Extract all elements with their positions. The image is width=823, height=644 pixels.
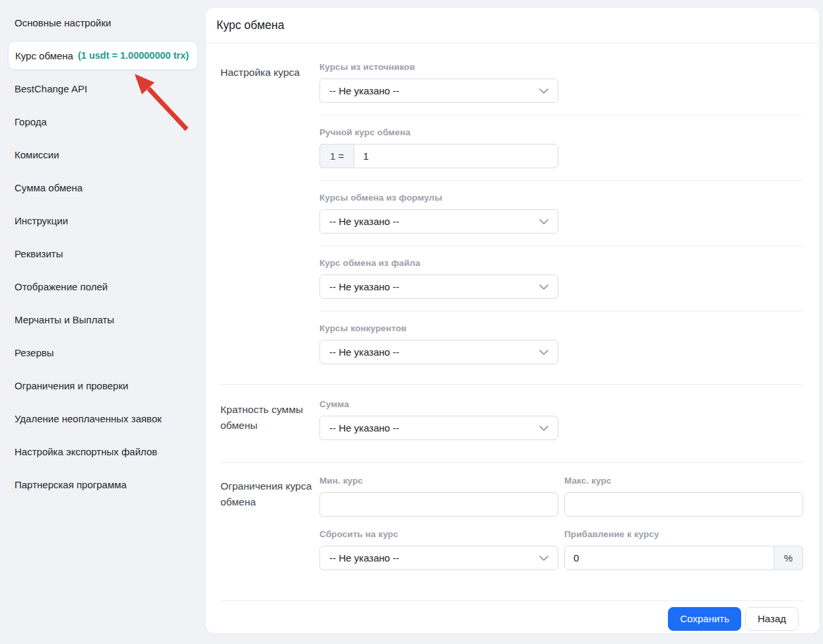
- sidebar-item-label: Резервы: [15, 347, 54, 358]
- chevron-down-icon: [539, 350, 548, 355]
- field-reset-to-rate: Сбросить на курс -- Не указано --: [319, 529, 558, 570]
- sidebar-item-label: Настройка экспортных файлов: [15, 446, 157, 457]
- sidebar-item-affiliate-program[interactable]: Партнерская программа: [0, 468, 206, 501]
- field-label: Курсы из источников: [319, 62, 803, 72]
- page-title: Курс обмена: [206, 8, 819, 44]
- chevron-down-icon: [539, 88, 548, 94]
- select-value: -- Не указано --: [329, 346, 399, 358]
- select-value: -- Не указано --: [329, 422, 399, 434]
- select-rate-formula[interactable]: -- Не указано --: [319, 209, 558, 234]
- select-rate-from-file[interactable]: -- Не указано --: [319, 274, 558, 299]
- sidebar-item-commissions[interactable]: Комиссии: [0, 138, 206, 171]
- exchange-rate-card: Курс обмена Настройка курса Курсы из ист…: [206, 8, 819, 633]
- section-label: Ограничения курса обмена: [220, 476, 319, 570]
- field-label: Мин. курс: [319, 476, 558, 486]
- field-label: Сумма: [319, 399, 803, 409]
- save-button[interactable]: Сохранить: [668, 607, 741, 631]
- sidebar-item-label: BestChange API: [15, 83, 87, 94]
- field-label: Курс обмена из файла: [319, 258, 803, 268]
- field-competitor-rates: Курсы конкурентов -- Не указано --: [319, 323, 803, 364]
- section-rate-limits: Ограничения курса обмена Мин. курс Макс.…: [220, 462, 803, 592]
- section-fields: Мин. курс Макс. курс Сбросить на курс --…: [319, 476, 803, 570]
- sidebar-item-label: Ограничения и проверки: [15, 380, 128, 391]
- select-value: -- Не указано --: [329, 85, 399, 96]
- section-amount-multiplicity: Кратность суммы обмены Сумма -- Не указа…: [220, 384, 803, 462]
- sidebar-item-exchange-amount[interactable]: Сумма обмена: [0, 171, 206, 204]
- select-reset-to-rate[interactable]: -- Не указано --: [319, 546, 558, 570]
- rate-prefix: 1 =: [319, 144, 354, 168]
- chevron-down-icon: [539, 284, 548, 290]
- field-manual-rate: Ручной курс обмена 1 =: [319, 127, 803, 168]
- select-value: -- Не указано --: [329, 552, 399, 564]
- field-rate-addition: Прибавление к курсу %: [564, 529, 803, 570]
- section-label: Настройка курса: [220, 62, 319, 364]
- sidebar-item-label: Отображение полей: [15, 281, 108, 292]
- sidebar-item-label: Партнерская программа: [15, 479, 127, 490]
- manual-rate-group: 1 =: [319, 144, 558, 168]
- sidebar-item-cities[interactable]: Города: [0, 105, 206, 138]
- rate-addition-group: %: [564, 546, 803, 570]
- sidebar-item-label: Города: [15, 116, 47, 127]
- field-label: Сбросить на курс: [319, 529, 558, 539]
- main-content: Курс обмена Настройка курса Курсы из ист…: [206, 0, 823, 644]
- section-fields: Курсы из источников -- Не указано -- Руч…: [319, 62, 803, 364]
- field-label: Макс. курс: [564, 476, 803, 486]
- rate-addition-input[interactable]: [564, 546, 774, 570]
- field-rate-from-file: Курс обмена из файла -- Не указано --: [319, 258, 803, 299]
- exchange-rate-badge: (1 usdt = 1.00000000 trx): [78, 50, 189, 61]
- sidebar-nav: Основные настройки Курс обмена (1 usdt =…: [0, 6, 206, 501]
- sidebar-item-label: Сумма обмена: [15, 182, 82, 193]
- sidebar-item-label: Реквизиты: [15, 248, 63, 259]
- chevron-down-icon: [539, 556, 548, 561]
- select-amount-multiplicity[interactable]: -- Не указано --: [319, 416, 558, 440]
- field-rate-sources: Курсы из источников -- Не указано --: [319, 62, 803, 103]
- field-label: Курсы обмена из формулы: [319, 193, 803, 203]
- sidebar-item-export-files-settings[interactable]: Настройка экспортных файлов: [0, 435, 206, 468]
- field-amount: Сумма -- Не указано --: [319, 399, 803, 440]
- divider: [319, 180, 803, 181]
- sidebar-item-label: Курс обмена: [15, 50, 73, 61]
- sidebar-item-exchange-rate[interactable]: Курс обмена (1 usdt = 1.00000000 trx): [8, 41, 198, 70]
- sidebar-item-label: Удаление неоплаченных заявок: [15, 413, 162, 424]
- sidebar-item-label: Комиссии: [15, 149, 59, 160]
- sidebar-item-delete-unpaid-orders[interactable]: Удаление неоплаченных заявок: [0, 402, 206, 435]
- card-body: Настройка курса Курсы из источников -- Н…: [206, 44, 819, 600]
- divider: [319, 311, 803, 311]
- sidebar-item-label: Инструкции: [15, 215, 68, 226]
- sidebar-item-merchants-payouts[interactable]: Мерчанты и Выплаты: [0, 303, 206, 336]
- divider: [319, 245, 803, 246]
- sidebar-item-label: Мерчанты и Выплаты: [15, 314, 114, 325]
- select-value: -- Не указано --: [329, 281, 399, 292]
- select-value: -- Не указано --: [329, 216, 399, 227]
- max-rate-input[interactable]: [564, 492, 803, 517]
- card-footer: Сохранить Назад: [220, 600, 803, 633]
- select-competitor-rates[interactable]: -- Не указано --: [319, 340, 558, 364]
- min-rate-input[interactable]: [319, 492, 558, 517]
- manual-rate-input[interactable]: [354, 144, 558, 168]
- field-rate-formula: Курсы обмена из формулы -- Не указано --: [319, 193, 803, 234]
- field-label: Курсы конкурентов: [319, 323, 803, 333]
- percent-suffix: %: [774, 546, 803, 570]
- sidebar-item-instructions[interactable]: Инструкции: [0, 204, 206, 237]
- back-button[interactable]: Назад: [745, 607, 799, 631]
- chevron-down-icon: [539, 219, 548, 224]
- sidebar-item-reserves[interactable]: Резервы: [0, 336, 206, 369]
- sidebar-item-field-display[interactable]: Отображение полей: [0, 270, 206, 303]
- divider: [319, 115, 803, 115]
- sidebar-item-requisites[interactable]: Реквизиты: [0, 237, 206, 270]
- select-rate-sources[interactable]: -- Не указано --: [319, 79, 558, 103]
- sidebar-item-label: Основные настройки: [15, 17, 111, 28]
- section-rate-setup: Настройка курса Курсы из источников -- Н…: [220, 44, 803, 384]
- chevron-down-icon: [539, 426, 548, 431]
- field-max-rate: Макс. курс: [564, 476, 803, 517]
- sidebar-item-bestchange-api[interactable]: BestChange API: [0, 72, 206, 105]
- sidebar-item-main-settings[interactable]: Основные настройки: [0, 6, 206, 39]
- section-label: Кратность суммы обмены: [220, 399, 319, 440]
- section-fields: Сумма -- Не указано --: [319, 399, 803, 440]
- field-label: Прибавление к курсу: [564, 529, 803, 539]
- sidebar-item-limits-and-checks[interactable]: Ограничения и проверки: [0, 369, 206, 402]
- app-root: Основные настройки Курс обмена (1 usdt =…: [0, 0, 823, 644]
- field-label: Ручной курс обмена: [319, 127, 803, 137]
- field-min-rate: Мин. курс: [319, 476, 558, 517]
- sidebar: Основные настройки Курс обмена (1 usdt =…: [0, 0, 206, 644]
